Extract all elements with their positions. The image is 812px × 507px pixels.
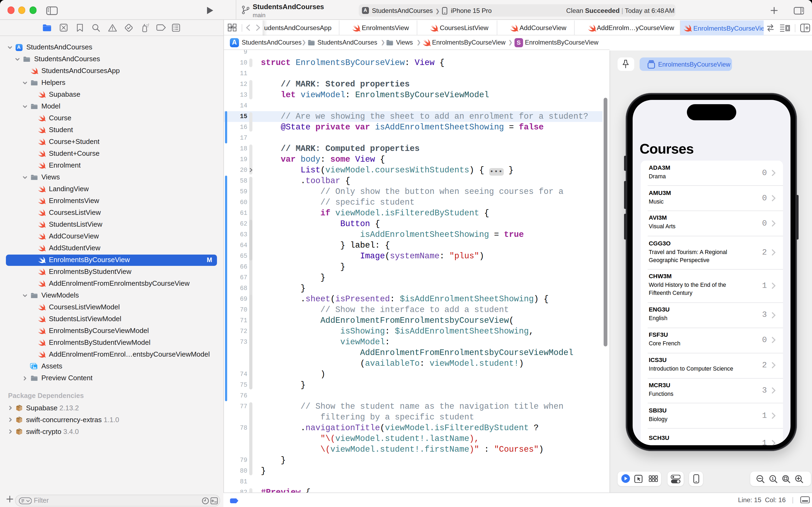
svg-text:1: 1 [771,476,773,481]
